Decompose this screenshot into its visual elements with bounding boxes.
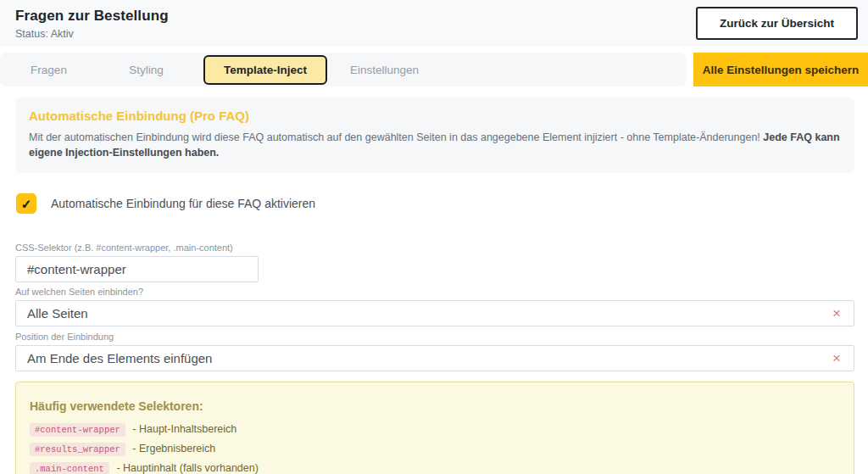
css-selector-input[interactable] [15, 256, 259, 282]
position-select-value: Am Ende des Elements einfügen [27, 351, 212, 365]
pages-select[interactable]: Alle Seiten × [15, 300, 854, 326]
tab-bar-row: Fragen Styling Template-Inject Einstellu… [0, 53, 868, 86]
tab-einstellungen[interactable]: Einstellungen [336, 64, 433, 76]
activate-checkbox[interactable]: ✓ [16, 193, 36, 214]
position-select[interactable]: Am Ende des Elements einfügen × [15, 345, 854, 371]
tab-template-inject[interactable]: Template-Inject [203, 55, 327, 85]
selector-item: #results_wrapper - Ergebnisbereich [30, 443, 840, 454]
page-header: Fragen zur Bestellung Status: Aktiv Zurü… [0, 0, 868, 47]
pages-label: Auf welchen Seiten einbinden? [15, 287, 854, 297]
selector-code: #content-wrapper [30, 423, 125, 437]
back-to-overview-button[interactable]: Zurück zur Übersicht [696, 7, 858, 40]
selector-item: #content-wrapper - Haupt-Inhaltsbereich [30, 423, 840, 435]
activate-checkbox-label: Automatische Einbindung für diese FAQ ak… [51, 197, 315, 210]
selector-description: - Ergebnisbereich [132, 443, 215, 454]
pages-select-value: Alle Seiten [27, 306, 88, 321]
selector-description: - Hauptinhalt (falls vorhanden) [116, 462, 258, 474]
position-clear-icon[interactable]: × [832, 351, 843, 365]
position-label: Position der Einbindung [15, 332, 854, 342]
tab-bar: Fragen Styling Template-Inject Einstellu… [0, 53, 687, 86]
activate-checkbox-row: ✓ Automatische Einbindung für diese FAQ … [15, 193, 854, 214]
tab-styling[interactable]: Styling [97, 64, 195, 76]
info-box-description-text: Mit der automatischen Einbindung wird di… [29, 131, 760, 143]
info-box: Automatische Einbindung (Pro FAQ) Mit de… [15, 98, 854, 173]
main-content: Automatische Einbindung (Pro FAQ) Mit de… [0, 86, 868, 474]
selector-code: .main-content [30, 462, 109, 474]
selectors-help-box: Häufig verwendete Selektoren: #content-w… [15, 382, 854, 474]
info-box-description: Mit der automatischen Einbindung wird di… [29, 130, 841, 160]
selector-code: #results_wrapper [30, 443, 125, 456]
selector-item: .main-content - Hauptinhalt (falls vorha… [30, 462, 840, 474]
selectors-box-title: Häufig verwendete Selektoren: [30, 399, 840, 413]
save-all-settings-button[interactable]: Alle Einstellungen speichern [693, 53, 868, 86]
css-selector-label: CSS-Selektor (z.B. #content-wrapper, .ma… [15, 243, 854, 253]
pages-field: Auf welchen Seiten einbinden? Alle Seite… [15, 287, 854, 326]
css-selector-field: CSS-Selektor (z.B. #content-wrapper, .ma… [15, 243, 854, 282]
tab-fragen[interactable]: Fragen [0, 64, 97, 76]
checkmark-icon: ✓ [21, 198, 32, 210]
position-field: Position der Einbindung Am Ende des Elem… [15, 332, 854, 371]
page-title: Fragen zur Bestellung [15, 8, 169, 25]
info-box-title: Automatische Einbindung (Pro FAQ) [29, 109, 841, 123]
status-text: Status: Aktiv [15, 28, 169, 40]
selector-description: - Haupt-Inhaltsbereich [132, 423, 236, 435]
pages-clear-icon[interactable]: × [832, 306, 843, 321]
header-title-block: Fragen zur Bestellung Status: Aktiv [15, 8, 169, 40]
